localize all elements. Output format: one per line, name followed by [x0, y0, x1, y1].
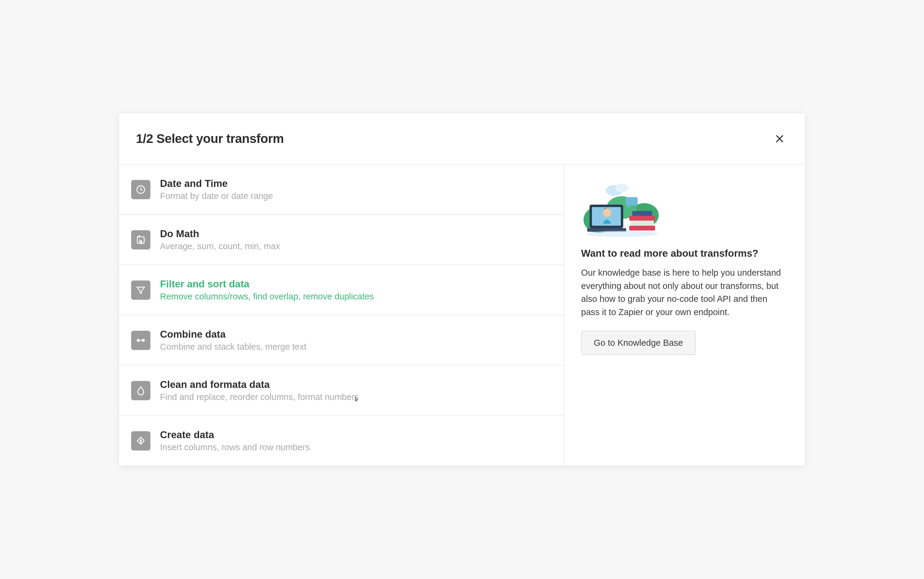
droplet-icon	[131, 381, 150, 400]
modal-header: 1/2 Select your transform	[119, 113, 805, 165]
transform-desc: Average, sum, count, min, max	[160, 241, 280, 251]
close-button[interactable]	[771, 130, 788, 147]
svg-rect-22	[630, 221, 654, 226]
transform-name: Create data	[160, 429, 310, 441]
svg-rect-21	[629, 226, 655, 231]
transform-desc: Find and replace, reorder columns, forma…	[160, 392, 359, 402]
knowledge-base-button[interactable]: Go to Knowledge Base	[581, 331, 696, 355]
transform-text: Do Math Average, sum, count, min, max	[160, 228, 280, 251]
illustration	[581, 179, 659, 239]
svg-rect-23	[629, 216, 655, 221]
sidebar: Want to read more about transforms? Our …	[564, 165, 805, 466]
transform-text: Combine data Combine and stack tables, m…	[160, 329, 307, 352]
svg-marker-5	[137, 287, 145, 293]
close-icon	[774, 134, 785, 144]
sidebar-title: Want to read more about transforms?	[581, 247, 788, 260]
transform-item-create-data[interactable]: Create data Insert columns, rows and row…	[119, 416, 564, 466]
svg-point-15	[615, 184, 629, 192]
svg-point-25	[586, 231, 658, 237]
svg-point-7	[142, 339, 144, 341]
filter-icon	[131, 280, 150, 300]
svg-point-19	[603, 209, 611, 217]
modal-title: 1/2 Select your transform	[136, 131, 284, 146]
transform-item-date-time[interactable]: Date and Time Format by date or date ran…	[119, 165, 564, 215]
transform-list: Date and Time Format by date or date ran…	[119, 165, 564, 466]
svg-rect-20	[625, 197, 638, 206]
transform-desc: Insert columns, rows and row numbers	[160, 442, 310, 452]
transform-item-filter-sort[interactable]: Filter and sort data Remove columns/rows…	[119, 265, 564, 316]
transform-desc: Format by date or date range	[160, 191, 273, 201]
transform-text: Create data Insert columns, rows and row…	[160, 429, 310, 452]
transform-desc: Combine and stack tables, merge text	[160, 342, 307, 352]
transform-text: Date and Time Format by date or date ran…	[160, 178, 273, 201]
modal-body: Date and Time Format by date or date ran…	[119, 165, 805, 466]
transform-item-combine[interactable]: Combine data Combine and stack tables, m…	[119, 316, 564, 366]
clock-icon	[131, 180, 150, 199]
pen-icon	[131, 431, 150, 450]
transform-text: Filter and sort data Remove columns/rows…	[160, 278, 374, 301]
transform-name: Combine data	[160, 329, 307, 340]
sidebar-body: Our knowledge base is here to help you u…	[581, 266, 788, 319]
transform-name: Date and Time	[160, 178, 273, 189]
select-transform-modal: 1/2 Select your transform Date and Time …	[119, 113, 805, 466]
svg-point-6	[137, 339, 139, 341]
transform-name: Filter and sort data	[160, 278, 374, 290]
svg-rect-24	[632, 211, 652, 216]
transform-item-do-math[interactable]: Do Math Average, sum, count, min, max	[119, 215, 564, 265]
transform-name: Clean and formata data	[160, 379, 359, 390]
transform-desc: Remove columns/rows, find overlap, remov…	[160, 292, 374, 301]
transform-name: Do Math	[160, 228, 280, 240]
combine-icon	[131, 331, 150, 350]
math-icon	[131, 230, 150, 249]
transform-text: Clean and formata data Find and replace,…	[160, 379, 359, 402]
transform-item-clean-format[interactable]: Clean and formata data Find and replace,…	[119, 366, 564, 416]
